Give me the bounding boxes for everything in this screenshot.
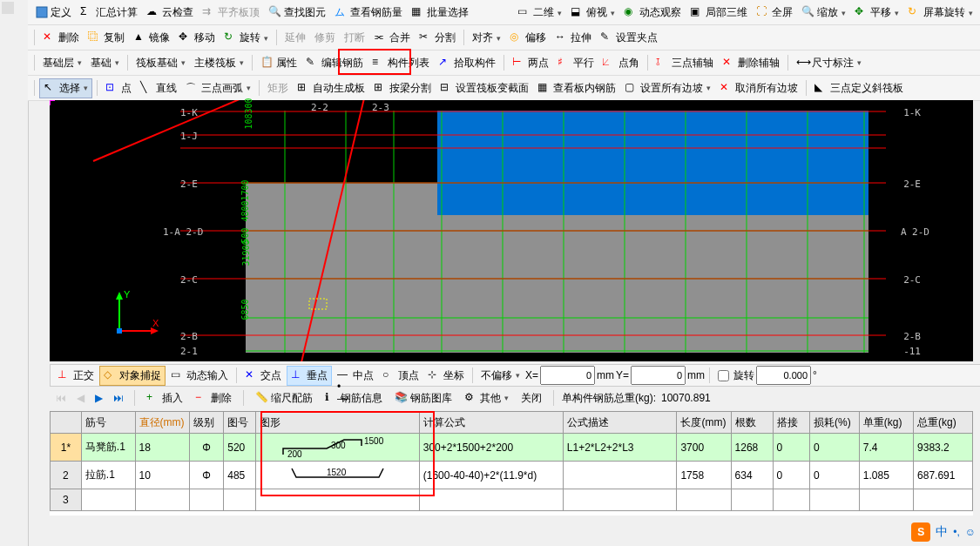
align-button[interactable]: 对齐	[469, 29, 504, 47]
table-row[interactable]: 3	[51, 489, 973, 511]
point-button[interactable]: ⊡点	[102, 79, 135, 98]
arc-button[interactable]: ⌒三点画弧	[182, 79, 254, 98]
move-button[interactable]: ✥移动	[175, 29, 219, 47]
extend-button[interactable]: 延伸	[281, 29, 309, 47]
insert-icon: +	[146, 391, 160, 405]
rotate-button[interactable]: ↻旋转	[220, 29, 272, 47]
parallel-button[interactable]: ♯平行	[554, 54, 598, 72]
basis-select[interactable]: 基础	[87, 54, 123, 72]
sum-calc-button[interactable]: Σ汇总计算	[77, 3, 141, 22]
table-row[interactable]: 2 拉筋.1 10 Φ 485 1520 (1600-40-40)+2*(11.…	[51, 462, 973, 489]
midpoint-toggle[interactable]: —•—中点	[334, 367, 377, 385]
offset-mode-select[interactable]: 不偏移	[477, 367, 524, 385]
rebar-lib-button[interactable]: 📚钢筋图库	[391, 389, 456, 408]
dock-pin-icon[interactable]	[2, 2, 14, 14]
select-button[interactable]: ↖选择	[39, 78, 92, 98]
beam-split-button[interactable]: ⊞按梁分割	[370, 79, 435, 98]
screen-rotate-button[interactable]: ↻屏幕旋转	[904, 3, 977, 22]
ime-mode-button[interactable]: 中	[936, 524, 948, 540]
mm-label: mm	[687, 369, 705, 381]
grid-label: -11	[903, 346, 921, 357]
set-raft-section-button[interactable]: ⊟设置筏板变截面	[436, 79, 532, 98]
table-row[interactable]: 1* 马凳筋.1 18 Φ 520 2003001500 300+2*1500+…	[51, 434, 973, 462]
y-input[interactable]	[631, 366, 686, 385]
split-button[interactable]: ✂分割	[416, 29, 459, 47]
total-weight-label: 单构件钢筋总重(kg):	[562, 391, 656, 406]
col-diameter[interactable]: 直径(mm)	[135, 412, 189, 434]
cancel-slope-button[interactable]: ✕取消所有边坡	[716, 79, 801, 98]
scale-rebar-button[interactable]: 📏缩尺配筋	[252, 389, 316, 408]
rebar-other-button[interactable]: ⚙其他	[461, 389, 512, 408]
ime-emoji-icon[interactable]: ☺	[965, 526, 976, 538]
x-input[interactable]	[540, 366, 595, 385]
dynamic-view-button[interactable]: ◉动态观察	[620, 3, 685, 22]
set-grip-button[interactable]: ✎设置夹点	[597, 29, 661, 47]
coord-toggle[interactable]: ⊹坐标	[424, 367, 468, 385]
nav-last-button[interactable]: ⏭	[111, 392, 126, 404]
parallel-icon: ♯	[558, 56, 571, 70]
perpendicular-toggle[interactable]: ⊥垂点	[287, 366, 332, 386]
intersection-toggle[interactable]: ✕交点	[241, 367, 285, 385]
line-button[interactable]: ╲直线	[137, 79, 180, 98]
grid-label: 2-2	[311, 102, 328, 113]
offset-button[interactable]: ◎偏移	[506, 29, 550, 47]
cloud-check-button[interactable]: ☁云检查	[143, 3, 197, 22]
osnap-icon: ◇	[104, 368, 118, 382]
pan-button[interactable]: ✥平移	[851, 3, 902, 22]
level-top-button[interactable]: ⇉平齐板顶	[199, 3, 263, 22]
nav-first-button[interactable]: ⏮	[53, 392, 69, 404]
floor-select[interactable]: 基础层	[39, 54, 85, 72]
trim-button[interactable]: 修剪	[311, 29, 339, 47]
two-point-button[interactable]: ⊢两点	[509, 54, 552, 72]
drawing-canvas[interactable]: Y X 1-K 1-J 2-E 1-A 2-D 2-C 2-B 2-1 1-K …	[50, 100, 973, 361]
slabrebar-icon: ▦	[537, 81, 551, 95]
three-point-slant-button[interactable]: ◣三点定义斜筏板	[811, 79, 907, 98]
2d-button[interactable]: ▭二维	[514, 3, 565, 22]
batch-select-button[interactable]: ▦批量选择	[408, 3, 472, 22]
sogou-icon[interactable]: S	[911, 522, 930, 542]
ortho-toggle[interactable]: ⊥正交	[54, 367, 98, 385]
ime-punct-icon[interactable]: •,	[953, 526, 960, 538]
angle-icon: ⟀	[603, 56, 617, 70]
rebar-info-button[interactable]: ℹ钢筋信息	[321, 389, 386, 408]
insert-row-button[interactable]: +插入	[143, 389, 186, 408]
view-slab-rebar-button[interactable]: ▦查看板内钢筋	[534, 79, 619, 98]
delete-row-button[interactable]: −删除	[192, 389, 235, 408]
overlook-button[interactable]: ⬓俯视	[567, 3, 618, 22]
property-button[interactable]: 📋属性	[257, 54, 301, 72]
main-raft-select[interactable]: 主楼筏板	[191, 54, 247, 72]
view-rebar-button[interactable]: ム查看钢筋量	[331, 3, 406, 22]
rectangle-button[interactable]: 矩形	[264, 79, 292, 98]
pick-component-button[interactable]: ↗拾取构件	[435, 54, 499, 72]
stretch-button[interactable]: ↔拉伸	[551, 29, 595, 47]
copy-icon: ⿻	[88, 30, 102, 44]
raft-base-select[interactable]: 筏板基础	[132, 54, 189, 72]
nav-prev-button[interactable]: ◀	[74, 392, 87, 404]
copy-button[interactable]: ⿻复制	[84, 29, 128, 47]
dynamic-input-toggle[interactable]: ▭动态输入	[167, 367, 232, 385]
zoom-button[interactable]: 🔍缩放	[798, 3, 849, 22]
break-button[interactable]: 打断	[341, 29, 368, 47]
toolbar-edit: ✕删除 ⿻复制 ▲镜像 ✥移动 ↻旋转 延伸 修剪 打断 ⫘合并 ✂分割 对齐 …	[28, 25, 980, 51]
auto-gen-slab-button[interactable]: ⊞自动生成板	[294, 79, 368, 98]
cancel-slope-icon: ✕	[720, 81, 733, 95]
define-button[interactable]: 定义	[31, 3, 75, 22]
rotate-checkbox[interactable]	[718, 370, 729, 381]
local-3d-button[interactable]: ▣局部三维	[686, 3, 751, 22]
three-point-axis-button[interactable]: ⫱三点辅轴	[652, 54, 717, 72]
nav-next-button[interactable]: ▶	[92, 392, 105, 404]
delete-axis-button[interactable]: ✕删除辅轴	[719, 54, 783, 72]
set-edges-button[interactable]: ▢设置所有边坡	[621, 79, 714, 98]
osnap-toggle[interactable]: ◇对象捕捉	[99, 366, 166, 386]
fullscreen-button[interactable]: ⛶全屏	[753, 3, 796, 22]
col-name: 筋号	[81, 412, 135, 434]
point-angle-button[interactable]: ⟀点角	[599, 54, 643, 72]
angle-input[interactable]	[756, 366, 811, 385]
rebar-close-button[interactable]: 关闭	[517, 389, 545, 408]
vertex-toggle[interactable]: ○顶点	[379, 367, 422, 385]
mirror-button[interactable]: ▲镜像	[130, 29, 173, 47]
merge-button[interactable]: ⫘合并	[370, 29, 414, 47]
delete-button[interactable]: ✕删除	[39, 29, 83, 47]
dim-label-button[interactable]: ⟷尺寸标注	[793, 54, 865, 72]
find-element-button[interactable]: 🔍查找图元	[265, 3, 329, 22]
